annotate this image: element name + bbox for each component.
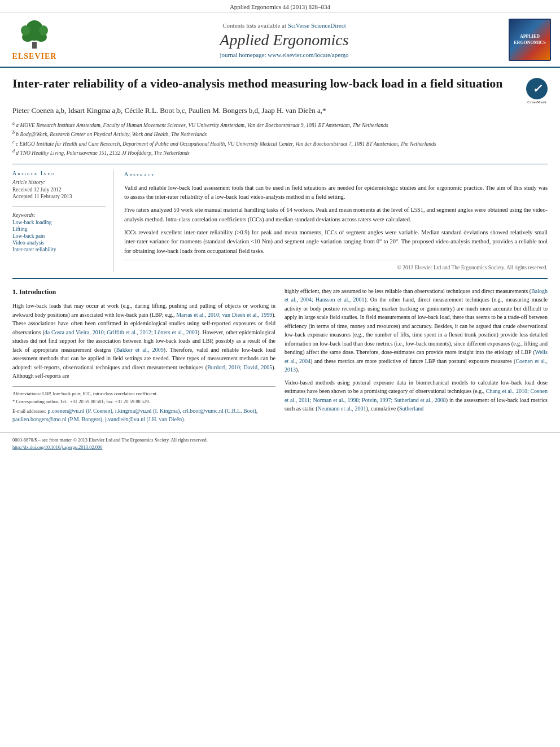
svg-rect-0	[32, 42, 37, 49]
ref-burdorf: Burdorf, 2010; David, 2005	[207, 364, 272, 370]
sciverse-text: Contents lists available at SciVerse Sci…	[60, 22, 509, 29]
abstract-section: Abstract Valid and reliable low-back loa…	[124, 170, 548, 272]
ref-wells: Wells et al., 2004	[285, 349, 548, 364]
history-section: Article history: Received 12 July 2012 A…	[12, 180, 106, 207]
elsevier-tree-icon	[18, 19, 51, 50]
homepage-url: www.elsevier.com/locate/apergo	[268, 51, 348, 58]
main-right-col: highly efficient, they are assumed to be…	[285, 287, 548, 425]
ref-chang: Chang et al., 2010; Coenen et al., 2011;…	[285, 388, 548, 403]
footnote-abbr: Abbreviations: LBP, low-back pain; ICC, …	[12, 390, 275, 397]
keywords-label: Keywords:	[12, 212, 106, 218]
affiliation-d: d d TNO Healthy Living, Polarisavenue 15…	[12, 148, 548, 157]
abstract-para-1: Valid and reliable low-back load assessm…	[124, 184, 548, 202]
page: Applied Ergonomics 44 (2013) 828–834 ELS…	[0, 0, 560, 747]
paper-title-area: Inter-rater reliability of a video-analy…	[12, 76, 548, 99]
affiliations: a a MOVE Research Institute Amsterdam, F…	[12, 120, 548, 158]
top-bar: Applied Ergonomics 44 (2013) 828–834	[0, 0, 560, 13]
ref-bakker: Bakker et al., 2009	[116, 347, 164, 353]
keywords-section: Keywords: Low-back loading Lifting Low-b…	[12, 212, 106, 259]
crossmark-icon: ✓	[526, 78, 548, 99]
intro-left-para: High low-back loads that may occur at wo…	[12, 302, 275, 381]
ref-neumann: Neumann et al., 2001	[318, 405, 366, 412]
ref-dacosta: da Costa and Vieira, 2010; Griffith et a…	[45, 329, 198, 335]
paper-title: Inter-rater reliability of a video-analy…	[12, 76, 520, 92]
crossmark-label: CrossMark	[526, 100, 548, 105]
ref-balogh: Balogh et al., 2004; Hansson et al., 200…	[285, 288, 548, 303]
received-date: Received 12 July 2012	[12, 187, 106, 193]
affiliation-b: b b Body@Work, Research Center on Physic…	[12, 129, 548, 138]
intro-right-para-2: Video-based methods using postural expos…	[285, 378, 548, 413]
accepted-date: Accepted 11 February 2013	[12, 194, 106, 199]
info-abstract-section: Article Info Article history: Received 1…	[12, 164, 548, 272]
emails-list: p.coenen@vu.nl (P. Coenen), i.kingma@vu.…	[12, 408, 257, 422]
footnotes: Abbreviations: LBP, low-back pain; ICC, …	[12, 386, 275, 424]
footer-doi: http://dx.doi.org/10.1016/j.apergo.2013.…	[12, 444, 548, 451]
journal-center: Contents lists available at SciVerse Sci…	[60, 22, 509, 58]
footer-issn: 0003-6870/$ – see front matter © 2013 El…	[12, 436, 548, 444]
svg-point-5	[39, 25, 48, 36]
page-footer: 0003-6870/$ – see front matter © 2013 El…	[0, 433, 560, 456]
main-content: 1. Introduction High low-back loads that…	[12, 278, 548, 425]
main-left-col: 1. Introduction High low-back loads that…	[12, 287, 275, 425]
article-info: Article Info Article history: Received 1…	[12, 170, 114, 272]
elsevier-brand: ELSEVIER	[12, 52, 57, 61]
section1-heading: 1. Introduction	[12, 287, 275, 298]
journal-header: ELSEVIER Contents lists available at Sci…	[0, 13, 560, 68]
crossmark-badge: ✓ CrossMark	[526, 78, 548, 99]
journal-title: Applied Ergonomics	[60, 31, 509, 49]
doi-link[interactable]: http://dx.doi.org/10.1016/j.apergo.2013.…	[12, 444, 103, 450]
abstract-heading: Abstract	[124, 170, 548, 179]
footnote-corresponding: * Corresponding author. Tel.: +31 20 59 …	[12, 398, 275, 405]
elsevier-logo: ELSEVIER	[9, 19, 60, 61]
svg-point-4	[21, 25, 30, 36]
author-list: Pieter Coenen a,b, Idsart Kingma a,b, Cé…	[12, 106, 326, 115]
ref-marras: Marras et al., 2010; van Dieën et al., 1…	[176, 312, 272, 318]
affiliation-a: a a MOVE Research Institute Amsterdam, F…	[12, 120, 548, 129]
kw-5: Inter-rater reliability	[12, 247, 106, 252]
emails-label: E-mail addresses:	[12, 408, 46, 414]
ref-coenen2013: Coenen et al., 2013	[285, 358, 548, 373]
kw-1: Low-back loading	[12, 220, 106, 225]
journal-issue: Applied Ergonomics 44 (2013) 828–834	[230, 3, 330, 10]
article-body: Inter-rater reliability of a video-analy…	[0, 68, 560, 433]
affiliation-c: c c EMGO Institute for Health and Care R…	[12, 139, 548, 148]
authors: Pieter Coenen a,b, Idsart Kingma a,b, Cé…	[12, 105, 548, 117]
sciverse-link[interactable]: SciVerse ScienceDirect	[288, 22, 346, 29]
abstract-para-2: Five raters analyzed 50 work site manual…	[124, 206, 548, 224]
journal-homepage: journal homepage: www.elsevier.com/locat…	[60, 51, 509, 58]
article-info-heading: Article Info	[12, 170, 106, 176]
intro-right-para-1: highly efficient, they are assumed to be…	[285, 287, 548, 374]
kw-4: Video-analysis	[12, 240, 106, 246]
ref-sutherland: Sutherland	[399, 405, 423, 412]
abstract-para-3: ICCs revealed excellent inter-rater reli…	[124, 228, 548, 256]
copyright-line: © 2013 Elsevier Ltd and The Ergonomics S…	[124, 260, 548, 272]
history-label: Article history:	[12, 180, 106, 185]
journal-logo-right: APPLIED ERGONOMICS	[509, 19, 551, 61]
footnote-emails: E-mail addresses: p.coenen@vu.nl (P. Coe…	[12, 407, 275, 423]
kw-3: Low-back pain	[12, 233, 106, 239]
kw-2: Lifting	[12, 226, 106, 232]
